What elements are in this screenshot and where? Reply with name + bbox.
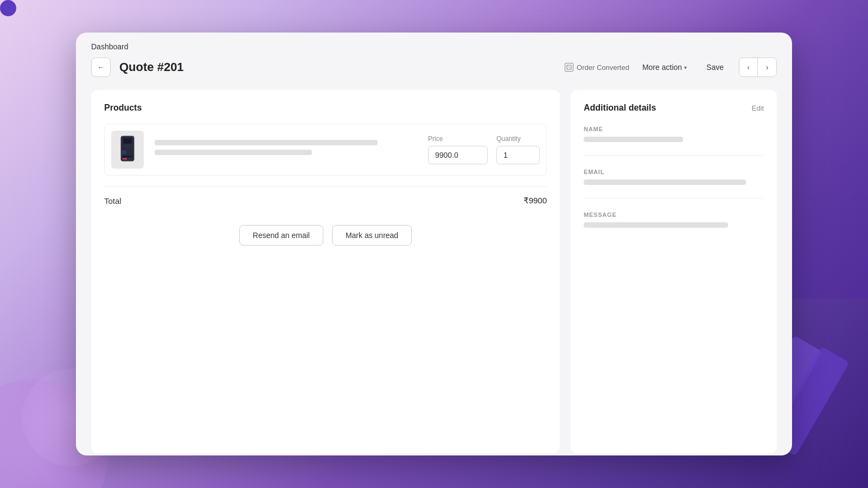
message-label: MESSAGE — [584, 211, 764, 218]
products-title: Products — [104, 103, 547, 113]
email-value — [584, 179, 746, 185]
quantity-label: Quantity — [496, 135, 540, 143]
svg-point-4 — [123, 151, 126, 154]
product-info — [155, 140, 417, 159]
price-qty-area: Price Quantity — [428, 135, 540, 164]
order-icon — [565, 63, 573, 72]
product-image — [111, 131, 144, 169]
details-header: Additional details Edit — [584, 103, 764, 113]
svg-rect-3 — [123, 138, 132, 144]
message-section: MESSAGE — [584, 211, 764, 241]
svg-rect-7 — [129, 158, 132, 159]
quantity-field-group: Quantity — [496, 135, 540, 164]
mark-as-unread-button[interactable]: Mark as unread — [332, 225, 412, 246]
name-value — [584, 137, 683, 142]
svg-line-1 — [568, 66, 570, 68]
save-button[interactable]: Save — [700, 60, 730, 75]
svg-rect-8 — [125, 145, 131, 146]
product-desc-line-1 — [155, 140, 378, 145]
quote-title: Quote #201 — [119, 60, 556, 74]
dashboard-title: Dashboard — [76, 33, 792, 57]
prev-button[interactable]: ‹ — [739, 58, 758, 76]
back-icon: ← — [97, 63, 105, 72]
price-input[interactable] — [428, 146, 488, 164]
chevron-down-icon: ▾ — [684, 65, 687, 70]
name-section: NAME — [584, 126, 764, 156]
email-section: EMAIL — [584, 169, 764, 198]
name-label: NAME — [584, 126, 764, 132]
message-value — [584, 222, 728, 228]
back-button[interactable]: ← — [91, 57, 111, 77]
navigation-buttons: ‹ › — [739, 57, 777, 77]
main-columns: Products — [91, 90, 777, 453]
total-value: ₹9900 — [524, 196, 547, 206]
price-label: Price — [428, 135, 488, 143]
total-label: Total — [104, 196, 122, 206]
top-actions: Order Converted More action ▾ Save ‹ › — [565, 57, 777, 77]
order-converted-status: Order Converted — [565, 63, 629, 72]
next-button[interactable]: › — [758, 58, 776, 76]
total-row: Total ₹9900 — [104, 187, 547, 214]
edit-button[interactable]: Edit — [752, 104, 764, 112]
top-bar: ← Quote #201 Order Converted More actio — [91, 57, 777, 77]
content-area: ← Quote #201 Order Converted More actio — [76, 57, 792, 453]
order-converted-label: Order Converted — [577, 63, 629, 72]
more-action-button[interactable]: More action ▾ — [638, 60, 691, 75]
svg-rect-5 — [123, 156, 132, 157]
quantity-input[interactable] — [496, 146, 540, 164]
svg-rect-6 — [123, 158, 127, 159]
resend-email-button[interactable]: Resend an email — [239, 225, 323, 246]
main-window: Dashboard ← Quote #201 Order Converted — [76, 33, 792, 455]
product-row: Price Quantity — [104, 124, 547, 176]
products-panel: Products — [91, 90, 560, 453]
price-field-group: Price — [428, 135, 488, 164]
svg-rect-9 — [125, 146, 130, 147]
action-buttons-row: Resend an email Mark as unread — [104, 214, 547, 256]
email-label: EMAIL — [584, 169, 764, 175]
additional-details-panel: Additional details Edit NAME EMAIL MESSA… — [571, 90, 777, 453]
additional-details-title: Additional details — [584, 103, 656, 113]
product-desc-line-2 — [155, 150, 312, 155]
